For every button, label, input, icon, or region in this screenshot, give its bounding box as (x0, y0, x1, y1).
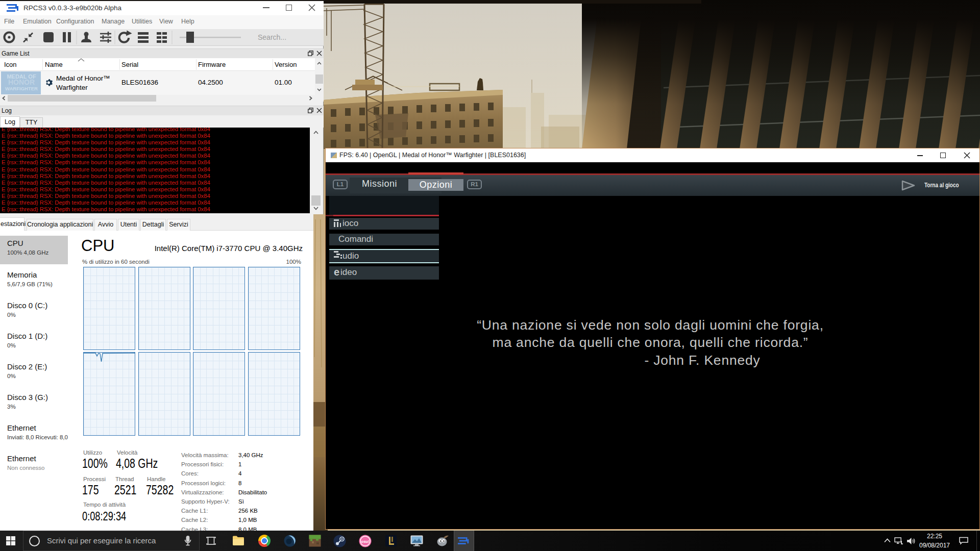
svg-text:osu!: osu! (361, 539, 370, 544)
svg-text:Search...: Search... (258, 33, 286, 41)
